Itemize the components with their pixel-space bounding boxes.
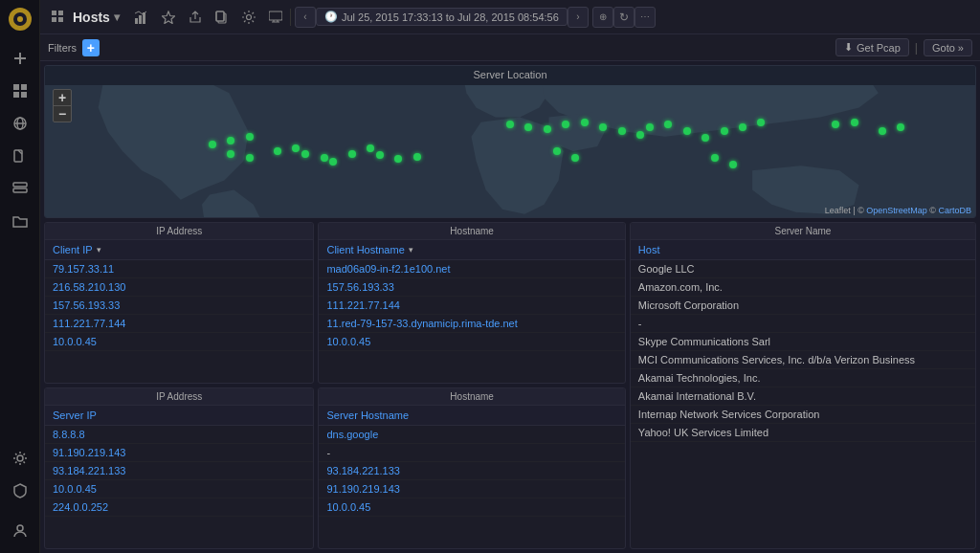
svg-point-13 [17,455,23,461]
sidebar-item-server[interactable] [3,173,37,204]
client-hostname-header[interactable]: Client Hostname ▾ [319,240,624,260]
client-ip-table: IP Address Client IP ▾ 79.157.33.11216.5… [44,222,314,384]
table-row[interactable]: - [319,444,624,462]
table-row[interactable]: Internap Network Services Corporation [631,406,975,424]
time-range-selector[interactable]: 🕐 Jul 25, 2015 17:33:13 to Jul 28, 2015 … [316,8,568,26]
app-logo[interactable] [7,6,33,33]
grid-icon [48,7,69,28]
sidebar-item-files[interactable] [3,141,37,171]
table-row[interactable]: 91.190.219.143 [45,444,313,462]
sidebar-item-add[interactable] [3,43,37,74]
table-row[interactable]: Akamai International B.V. [631,387,975,406]
get-pcap-button[interactable]: ⬇ Get Pcap [835,38,909,56]
share-icon[interactable] [185,7,206,28]
server-name-table: Server Name Host Google LLCAmazon.com, I… [630,222,976,549]
table-row[interactable]: 157.56.193.33 [45,297,313,315]
svg-point-2 [17,16,23,22]
table-row[interactable]: 157.56.193.33 [319,278,624,297]
svg-rect-12 [13,188,27,192]
table-row[interactable]: 10.0.0.45 [45,333,313,351]
sidebar-item-user[interactable] [3,516,37,546]
map-dot [321,154,328,162]
map-dot [562,121,569,128]
page-title[interactable]: Hosts ▾ [73,10,120,25]
svg-rect-5 [13,92,19,98]
table-row[interactable]: 93.184.221.133 [45,462,313,480]
map-dot [739,123,746,131]
bar-chart-icon[interactable] [131,7,152,28]
table-row[interactable]: Skype Communications Sarl [631,333,975,351]
table-row[interactable]: dns.google [319,426,624,444]
table-row[interactable]: 216.58.210.130 [45,278,313,297]
table-row[interactable]: 11.red-79-157-33.dynamicip.rima-tde.net [319,315,624,333]
svg-rect-27 [269,11,282,20]
server-hostname-header[interactable]: Server Hostname [319,406,624,426]
nav-prev-btn[interactable]: ‹ [295,7,316,28]
table-row[interactable]: mad06a09-in-f2.1e100.net [319,260,624,278]
table-row[interactable]: 224.0.0.252 [45,498,313,517]
clock-icon: 🕐 [324,11,338,23]
map-dot [524,123,532,131]
settings-icon[interactable] [238,7,259,28]
goto-button[interactable]: Goto » [924,39,972,56]
map-dot [711,154,719,162]
nav-next-btn[interactable]: › [568,7,589,28]
server-section-header: Server Name [631,223,975,240]
table-row[interactable]: - [631,315,975,333]
map-attribution: Leaflet | © OpenStreetMap © CartoDB [825,206,971,215]
ip-section-header: IP Address [45,223,313,240]
svg-rect-16 [58,11,63,15]
table-row[interactable]: 10.0.0.45 [319,498,624,517]
server-name-list: Google LLCAmazon.com, Inc.Microsoft Corp… [631,260,975,548]
filter-add-button[interactable]: + [82,39,100,56]
table-row[interactable]: Yahoo! UK Services Limited [631,424,975,442]
server-name-header[interactable]: Host [631,240,975,260]
server-ip-table: IP Address Server IP 8.8.8.891.190.219.1… [44,387,314,549]
svg-rect-3 [13,84,19,90]
svg-rect-4 [21,84,27,90]
cartodb-link[interactable]: CartoDB [938,206,971,215]
sidebar-item-folder[interactable] [3,206,37,236]
svg-rect-19 [135,18,138,24]
copy-icon[interactable] [212,7,233,28]
sidebar-item-security[interactable] [3,476,37,506]
refresh-btn[interactable]: ↻ [613,7,635,28]
star-icon[interactable] [158,7,179,28]
zoom-out-button[interactable]: − [54,106,71,122]
table-row[interactable]: MCI Communications Services, Inc. d/b/a … [631,351,975,369]
map-zoom-controls: + − [53,89,72,122]
more-btn[interactable]: ⋯ [635,7,656,28]
table-row[interactable]: 91.190.219.143 [319,480,624,498]
table-row[interactable]: Microsoft Corporation [631,297,975,315]
svg-point-26 [246,14,251,19]
table-row[interactable]: 111.221.77.144 [45,315,313,333]
sidebar-item-network[interactable] [3,108,37,139]
svg-rect-15 [52,11,56,15]
map-body[interactable]: + − Leaflet | © OpenStreetMap © CartoDB [45,85,975,217]
table-row[interactable]: Google LLC [631,260,975,278]
table-row[interactable]: Akamai Technologies, Inc. [631,369,975,387]
sidebar-item-dashboard[interactable] [3,76,37,106]
server-ip-header[interactable]: Server IP [45,406,313,426]
table-row[interactable]: Amazon.com, Inc. [631,278,975,297]
map-dot [376,151,384,159]
sort-arrow-hostname-icon: ▾ [409,245,413,254]
zoom-in-btn[interactable]: ⊕ [592,7,613,28]
osm-link[interactable]: OpenStreetMap [866,206,927,215]
table-row[interactable]: 93.184.221.133 [319,462,624,480]
table-row[interactable]: 111.221.77.144 [319,297,624,315]
table-row[interactable]: 10.0.0.45 [319,333,624,351]
world-map-svg [45,85,975,217]
tables-area: IP Address Client IP ▾ 79.157.33.11216.5… [44,222,976,549]
sidebar-item-settings[interactable] [3,443,37,474]
table-row[interactable]: 79.157.33.11 [45,260,313,278]
map-dot [636,131,644,139]
hostname-section-header: Hostname [319,223,624,240]
table-row[interactable]: 10.0.0.45 [45,480,313,498]
table-row[interactable]: 8.8.8.8 [45,426,313,444]
map-dot [599,123,607,131]
client-ip-header[interactable]: Client IP ▾ [45,240,313,260]
map-dot [571,154,579,162]
monitor-icon[interactable] [265,7,286,28]
zoom-in-button[interactable]: + [54,90,71,105]
